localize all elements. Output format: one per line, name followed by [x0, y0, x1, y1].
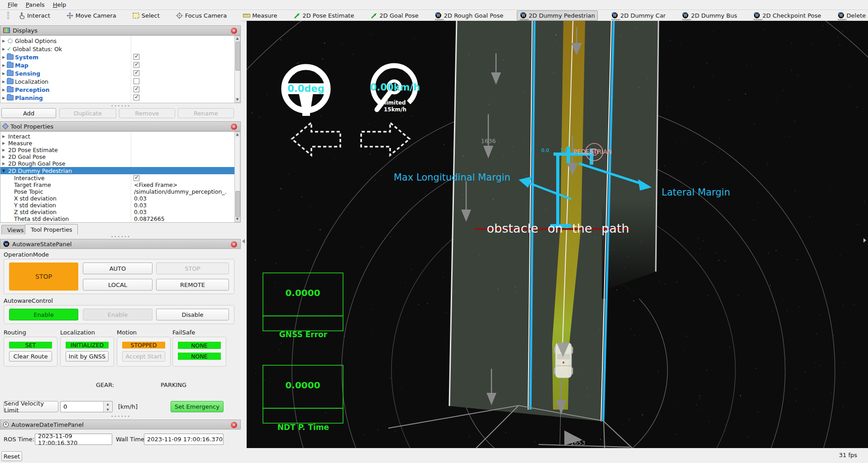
- display-row-perception[interactable]: ▶ Perception: [0, 86, 235, 94]
- dock-splitter[interactable]: ••••••: [111, 414, 131, 419]
- prop-row-x-std[interactable]: X std deviation 0.03: [0, 195, 235, 202]
- operation-local-button[interactable]: LOCAL: [83, 279, 153, 291]
- set-emergency-button[interactable]: Set Emergency: [171, 401, 224, 412]
- dock-resize-handle-left[interactable]: [242, 239, 245, 243]
- render-viewport[interactable]: 1636 1653: [247, 21, 868, 448]
- expand-icon[interactable]: ▶: [0, 39, 7, 43]
- pose-topic-value[interactable]: /simulation/dummy_perception_.: [134, 188, 227, 195]
- prop-row-target-frame[interactable]: Target Frame <Fixed Frame>: [0, 181, 235, 188]
- expand-icon[interactable]: ▶: [0, 134, 7, 138]
- tool-2d-goal-pose[interactable]: 2D Goal Pose: [367, 10, 421, 21]
- visibility-checkbox[interactable]: [134, 95, 139, 100]
- control-disable-button[interactable]: Disable: [156, 309, 229, 320]
- expand-icon[interactable]: ▶: [0, 96, 7, 100]
- tool-properties-titlebar[interactable]: Tool Properties ✕: [0, 121, 241, 131]
- control-enable-button[interactable]: Enable: [83, 309, 153, 320]
- tool-2d-dummy-pedestrian[interactable]: W Autoware 2D Dummy Pedestrian: [517, 10, 597, 21]
- display-row-global-status[interactable]: ▶ ✓ Global Status: Ok: [0, 45, 235, 53]
- autoware-state-panel-titlebar[interactable]: W AutowareStatePanel ✕: [0, 239, 241, 249]
- velocity-limit-spinbox[interactable]: ▲▼: [60, 401, 113, 412]
- prop-row-theta-std[interactable]: Theta std deviation 0.0872665: [0, 215, 235, 222]
- scroll-up-icon[interactable]: ▲: [235, 132, 240, 137]
- scroll-down-icon[interactable]: ▼: [235, 97, 240, 102]
- datetime-panel-titlebar[interactable]: AutowareDateTimePanel ✕: [0, 420, 241, 430]
- reset-button[interactable]: Reset: [1, 451, 22, 461]
- tp-row-2d-goal-pose[interactable]: ▶ 2D Goal Pose: [0, 153, 235, 160]
- x-std-value[interactable]: 0.03: [134, 195, 147, 202]
- display-row-planning[interactable]: ▶ Planning: [0, 94, 235, 102]
- dock-splitter[interactable]: ••••••: [111, 104, 131, 108]
- tool-focus-camera[interactable]: Focus Camera: [173, 10, 229, 21]
- spin-up-icon[interactable]: ▲: [104, 401, 112, 407]
- close-icon[interactable]: ✕: [231, 422, 237, 428]
- operation-stop-current-button[interactable]: STOP: [9, 263, 78, 291]
- add-display-button[interactable]: Add: [1, 108, 56, 118]
- dock-resize-handle-right[interactable]: [863, 238, 866, 243]
- tool-select[interactable]: Select: [130, 10, 162, 21]
- expand-icon[interactable]: ▶: [0, 72, 7, 76]
- menu-panels[interactable]: Panels: [22, 0, 49, 9]
- tp-row-2d-rough-goal-pose[interactable]: ▶ 2D Rough Goal Pose: [0, 160, 235, 167]
- expand-icon[interactable]: ▶: [0, 63, 7, 67]
- tool-interact[interactable]: Interact: [15, 10, 53, 21]
- tp-row-measure[interactable]: ▶ Measure: [0, 140, 235, 147]
- tool-2d-dummy-car[interactable]: W Autoware 2D Dummy Car: [609, 10, 668, 21]
- tool-2d-dummy-bus[interactable]: W Autoware 2D Dummy Bus: [679, 10, 740, 21]
- expand-icon[interactable]: ▶: [0, 47, 7, 51]
- prop-row-pose-topic[interactable]: Pose Topic /simulation/dummy_perception_…: [0, 188, 235, 195]
- displays-scrollbar[interactable]: ▲ ▼: [234, 36, 240, 103]
- theta-std-value[interactable]: 0.0872665: [134, 215, 165, 222]
- accept-start-button[interactable]: Accept Start: [122, 351, 165, 362]
- collapse-icon[interactable]: ▼: [0, 169, 7, 173]
- ros-time-field[interactable]: 2023-11-09 17:00:16.370: [35, 434, 112, 445]
- y-std-value[interactable]: 0.03: [134, 202, 147, 209]
- displays-tree[interactable]: ▶ Global Options ▶ ✓ Global Status: Ok ▶…: [0, 35, 241, 103]
- operation-stop-button[interactable]: STOP: [156, 263, 229, 274]
- clear-route-button[interactable]: Clear Route: [9, 351, 52, 362]
- visibility-checkbox[interactable]: [134, 86, 139, 92]
- expand-icon[interactable]: ▶: [0, 148, 7, 152]
- tp-row-interact[interactable]: ▶ Interact: [0, 133, 235, 140]
- tool-properties-scrollbar[interactable]: ▲ ▼: [234, 132, 240, 222]
- close-icon[interactable]: ✕: [231, 28, 237, 34]
- expand-icon[interactable]: ▶: [0, 155, 7, 159]
- operation-remote-button[interactable]: REMOTE: [156, 279, 229, 291]
- interactive-checkbox[interactable]: [134, 175, 139, 181]
- scroll-down-icon[interactable]: ▼: [235, 217, 240, 222]
- init-by-gnss-button[interactable]: Init by GNSS: [66, 351, 109, 362]
- tab-tool-properties[interactable]: Tool Properties: [25, 224, 78, 234]
- expand-icon[interactable]: ▶: [0, 80, 7, 84]
- expand-icon[interactable]: ▶: [0, 141, 7, 145]
- tp-row-2d-pose-estimate[interactable]: ▶ 2D Pose Estimate: [0, 147, 235, 153]
- visibility-checkbox[interactable]: [134, 62, 139, 68]
- duplicate-display-button[interactable]: Duplicate: [59, 108, 116, 118]
- visibility-checkbox[interactable]: [134, 70, 139, 76]
- wall-time-field[interactable]: 2023-11-09 17:00:16.370: [144, 434, 224, 445]
- close-icon[interactable]: ✕: [231, 124, 237, 130]
- tool-measure[interactable]: Measure: [240, 10, 280, 21]
- display-row-global-options[interactable]: ▶ Global Options: [0, 37, 235, 45]
- send-velocity-limit-button[interactable]: Send Velocity Limit: [4, 401, 58, 412]
- visibility-checkbox[interactable]: [134, 78, 139, 84]
- tool-move-camera[interactable]: Move Camera: [64, 10, 119, 21]
- spin-down-icon[interactable]: ▼: [104, 407, 112, 412]
- visibility-checkbox[interactable]: [134, 54, 139, 60]
- expand-icon[interactable]: ▶: [0, 88, 7, 92]
- tool-2d-checkpoint-pose[interactable]: W Autoware 2D Checkpoint Pose: [751, 10, 824, 21]
- tp-row-2d-dummy-pedestrian-selected[interactable]: ▼ 2D Dummy Pedestrian: [0, 167, 235, 174]
- display-row-map[interactable]: ▶ Map: [0, 61, 235, 69]
- tool-2d-pose-estimate[interactable]: 2D Pose Estimate: [291, 10, 357, 21]
- prop-row-z-std[interactable]: Z std deviation 0.03: [0, 209, 235, 215]
- scroll-up-icon[interactable]: ▲: [235, 36, 240, 41]
- expand-icon[interactable]: ▶: [0, 162, 7, 166]
- menu-help[interactable]: Help: [49, 0, 71, 9]
- prop-row-interactive[interactable]: Interactive: [0, 175, 235, 181]
- remove-display-button[interactable]: Remove: [119, 108, 175, 118]
- velocity-limit-input[interactable]: [61, 401, 103, 412]
- dock-splitter[interactable]: ••••••: [111, 234, 131, 239]
- operation-auto-button[interactable]: AUTO: [83, 263, 153, 274]
- display-row-localization[interactable]: ▶ Localization: [0, 77, 235, 86]
- rename-display-button[interactable]: Rename: [178, 108, 234, 118]
- displays-panel-titlebar[interactable]: Displays ✕: [0, 25, 241, 35]
- z-std-value[interactable]: 0.03: [134, 209, 147, 215]
